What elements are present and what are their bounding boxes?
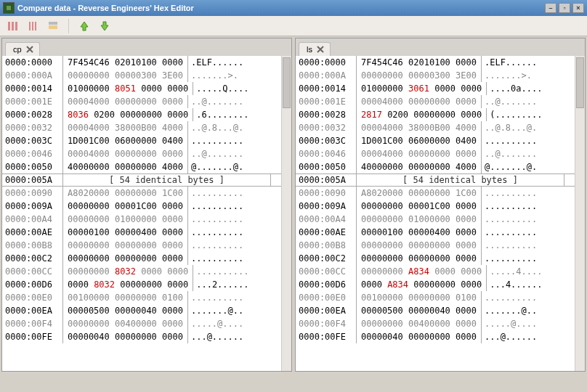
- tab-cp[interactable]: cp: [5, 42, 40, 56]
- hex-row[interactable]: 0000:001E00004000 00000000 0000..@......…: [296, 95, 575, 108]
- ascii: ..........: [188, 226, 243, 239]
- hex-bytes: 00004000 00000000 0000: [63, 147, 188, 160]
- ascii: ..@.......: [482, 95, 537, 108]
- hex-row[interactable]: 0000:00C200000000 00000000 0000.........…: [2, 252, 281, 265]
- hex-row[interactable]: 0000:00B800000000 00000000 0000.........…: [2, 239, 281, 252]
- hex-bytes: 00000000 00400000 0000: [63, 317, 188, 330]
- collapsed-range[interactable]: 0000:005A[ 54 identical bytes ]: [2, 173, 281, 187]
- hex-bytes: 0000 8032 00000000 0000: [63, 278, 193, 291]
- hex-row[interactable]: 0000:009A00000000 00001C00 0000.........…: [2, 200, 281, 213]
- hex-row[interactable]: 0000:00007F454C46 02010100 0000.ELF.....…: [2, 56, 281, 69]
- hex-row[interactable]: 0000:009A00000000 00001C00 0000.........…: [296, 200, 575, 213]
- scrollbar[interactable]: [575, 56, 585, 371]
- hex-row[interactable]: 0000:00E000100000 00000000 0100.........…: [296, 291, 575, 304]
- hex-row[interactable]: 0000:000A00000000 00000300 3E00.......>.: [2, 69, 281, 82]
- address: 0000:00CC: [296, 265, 357, 278]
- hex-row[interactable]: 0000:00F400000000 00400000 0000.....@...…: [2, 317, 281, 330]
- hex-row[interactable]: 0000:005040000000 00000000 4000@.......@…: [296, 160, 575, 173]
- hex-bytes: 00000500 00000040 0000: [63, 304, 188, 317]
- hex-row[interactable]: 0000:00F400000000 00400000 0000.....@...…: [296, 317, 575, 330]
- svg-rect-2: [8, 22, 10, 30]
- hex-bytes: 01000000 8051 0000 0000: [63, 82, 193, 95]
- hex-bytes: 00000000 01000000 0000: [63, 213, 188, 226]
- collapsed-range[interactable]: 0000:005A[ 54 identical bytes ]: [296, 173, 575, 187]
- ascii: .......@..: [188, 304, 243, 317]
- address: 0000:00E0: [296, 291, 357, 304]
- hex-row[interactable]: 0000:003C1D001C00 06000000 0400.........…: [296, 134, 575, 147]
- address: 0000:00C2: [296, 252, 357, 265]
- hex-row[interactable]: 0000:001401000000 8051 0000 0000.....Q..…: [2, 82, 281, 95]
- collapsed-message: [ 54 identical bytes ]: [63, 173, 271, 187]
- scrollbar[interactable]: [281, 56, 291, 371]
- tab-ls[interactable]: ls: [299, 42, 331, 56]
- address: 0000:0050: [296, 160, 357, 173]
- hex-bytes: 00000500 00000040 0000: [357, 304, 482, 317]
- hex-row[interactable]: 0000:004600004000 00000000 0000..@......…: [2, 147, 281, 160]
- hex-row[interactable]: 0000:00288036 0200 00000000 0000.6......…: [2, 108, 281, 121]
- scrollbar-thumb[interactable]: [576, 57, 584, 108]
- ascii: ..........: [482, 213, 537, 226]
- address: 0000:00B8: [2, 239, 63, 252]
- hex-row[interactable]: 0000:00EA00000500 00000040 0000.......@.…: [2, 304, 281, 317]
- svg-rect-9: [49, 22, 57, 25]
- hex-row[interactable]: 0000:00D60000 8032 00000000 0000...2....…: [2, 278, 281, 291]
- hex-row[interactable]: 0000:0090A8020000 00000000 1C00.........…: [2, 187, 281, 200]
- hex-bytes: 00000000 00000000 0000: [63, 239, 188, 252]
- ascii: .....@....: [482, 317, 537, 330]
- hex-row[interactable]: 0000:000A00000000 00000300 3E00.......>.: [296, 69, 575, 82]
- hex-bytes: 7F454C46 02010100 0000: [63, 56, 188, 69]
- ascii: ..........: [188, 291, 243, 304]
- hex-row[interactable]: 0000:001401000000 3061 0000 0000....0a..…: [296, 82, 575, 95]
- hex-row[interactable]: 0000:001E00004000 00000000 0000..@......…: [2, 95, 281, 108]
- ascii: ..........: [188, 187, 243, 200]
- hex-bytes: 00000000 00001C00 0000: [63, 200, 188, 213]
- hex-row[interactable]: 0000:00E000100000 00000000 0100.........…: [2, 291, 281, 304]
- bars-narrow-icon[interactable]: [45, 18, 61, 34]
- hex-bytes: 00000000 01000000 0000: [357, 213, 482, 226]
- ascii: ..........: [188, 252, 243, 265]
- hex-row[interactable]: 0000:004600004000 00000000 0000..@......…: [296, 147, 575, 160]
- hex-row[interactable]: 0000:00CC00000000 8032 0000 0000........…: [2, 265, 281, 278]
- hex-row[interactable]: 0000:0090A8020000 00000000 1C00.........…: [296, 187, 575, 200]
- hex-row[interactable]: 0000:003C1D001C00 06000000 0400.........…: [2, 134, 281, 147]
- hexview-left[interactable]: 0000:00007F454C46 02010100 0000.ELF.....…: [2, 56, 291, 371]
- hex-row[interactable]: 0000:00A400000000 01000000 0000.........…: [2, 213, 281, 226]
- hex-row[interactable]: 0000:00AE00000100 00000400 0000.........…: [2, 226, 281, 239]
- titlebar[interactable]: Compare data - Reverse Engineers' Hex Ed…: [0, 0, 587, 16]
- hex-row[interactable]: 0000:003200004000 38000B00 4000..@.8...@…: [296, 121, 575, 134]
- hex-row[interactable]: 0000:00EA00000500 00000040 0000.......@.…: [296, 304, 575, 317]
- address: 0000:00F4: [296, 317, 357, 330]
- hex-row[interactable]: 0000:00D60000 A834 00000000 0000...4....…: [296, 278, 575, 291]
- close-button[interactable]: ×: [572, 3, 584, 13]
- bars-wide-icon[interactable]: [4, 18, 20, 34]
- address: 0000:0046: [2, 147, 63, 160]
- hex-row[interactable]: 0000:00B800000000 00000000 0000.........…: [296, 239, 575, 252]
- hex-bytes: 01000000 3061 0000 0000: [357, 82, 487, 95]
- hex-bytes: 00000000 00000300 3E00: [357, 69, 482, 82]
- hex-bytes: 00000000 A834 0000 0000: [357, 265, 487, 278]
- hexview-right[interactable]: 0000:00007F454C46 02010100 0000.ELF.....…: [296, 56, 585, 371]
- hex-bytes: 40000000 00000000 4000: [357, 160, 482, 173]
- hex-row[interactable]: 0000:00AE00000100 00000400 0000.........…: [296, 226, 575, 239]
- hex-row[interactable]: 0000:003200004000 38000B00 4000..@.8...@…: [2, 121, 281, 134]
- hex-row[interactable]: 0000:00282817 0200 00000000 0000(.......…: [296, 108, 575, 121]
- hex-row[interactable]: 0000:00FE00000040 00000000 0000...@.....…: [2, 330, 281, 343]
- hex-bytes: 00000000 00001C00 0000: [357, 200, 482, 213]
- arrow-up-icon[interactable]: [76, 18, 92, 34]
- maximize-button[interactable]: ▫: [559, 3, 570, 13]
- hex-row[interactable]: 0000:00007F454C46 02010100 0000.ELF.....…: [296, 56, 575, 69]
- close-icon[interactable]: [317, 46, 324, 53]
- hex-bytes: 40000000 00000000 4000: [63, 160, 188, 173]
- hex-row[interactable]: 0000:005040000000 00000000 4000@.......@…: [2, 160, 281, 173]
- scrollbar-thumb[interactable]: [283, 57, 291, 108]
- hex-row[interactable]: 0000:00C200000000 00000000 0000.........…: [296, 252, 575, 265]
- minimize-button[interactable]: –: [545, 3, 556, 13]
- ascii: ..........: [482, 239, 537, 252]
- address: 0000:005A: [296, 173, 357, 187]
- hex-row[interactable]: 0000:00FE00000040 00000000 0000...@.....…: [296, 330, 575, 343]
- hex-row[interactable]: 0000:00CC00000000 A834 0000 0000.....4..…: [296, 265, 575, 278]
- close-icon[interactable]: [26, 46, 33, 53]
- arrow-down-icon[interactable]: [97, 18, 113, 34]
- hex-row[interactable]: 0000:00A400000000 01000000 0000.........…: [296, 213, 575, 226]
- bars-mid-icon[interactable]: [25, 18, 41, 34]
